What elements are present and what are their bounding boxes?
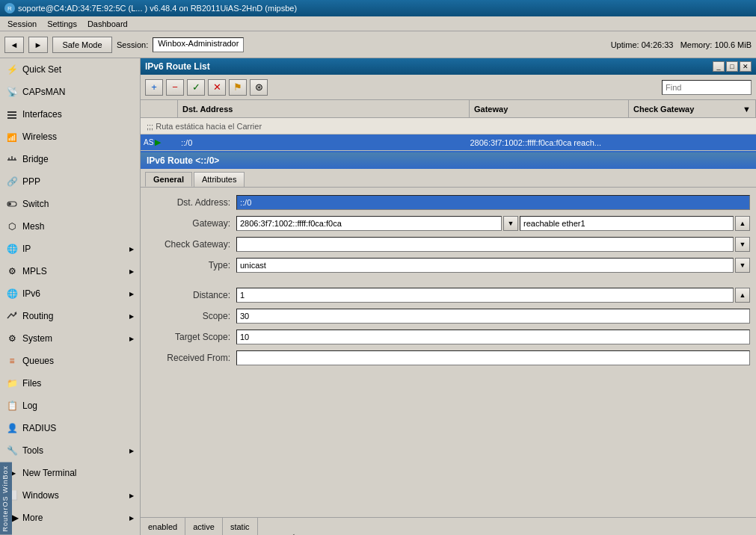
check-route-button[interactable]: ✓ xyxy=(187,79,205,96)
type-field-group: ▼ xyxy=(236,258,750,273)
back-button[interactable]: ◄ xyxy=(4,37,24,53)
sidebar-item-ip[interactable]: 🌐 IP ▶ xyxy=(0,238,140,260)
sidebar-item-switch[interactable]: Switch xyxy=(0,193,140,215)
find-input[interactable] xyxy=(662,80,752,95)
quickset-icon: ⚡ xyxy=(6,64,18,75)
sidebar-item-log[interactable]: 📋 Log xyxy=(0,395,140,417)
sidebar-item-system[interactable]: ⚙ System ▶ xyxy=(0,327,140,350)
svg-point-5 xyxy=(8,202,11,205)
tab-general[interactable]: General xyxy=(145,172,192,187)
sidebar-item-ipv6[interactable]: 🌐 IPv6 ▶ xyxy=(0,282,140,305)
system-icon: ⚙ xyxy=(6,333,18,344)
check-gateway-input[interactable] xyxy=(236,237,734,252)
cross-route-button[interactable]: ✕ xyxy=(208,79,226,96)
type-input[interactable] xyxy=(236,258,734,273)
target-scope-input[interactable] xyxy=(236,330,750,344)
sidebar-label-windows: Windows xyxy=(22,490,59,501)
ip-arrow-icon: ▶ xyxy=(129,246,134,253)
sidebar-item-wireless[interactable]: 📶 Wireless xyxy=(0,126,140,148)
sidebar-label-mesh: Mesh xyxy=(22,221,44,232)
received-from-label: Received From: xyxy=(147,353,236,363)
sidebar-item-mesh[interactable]: ⬡ Mesh xyxy=(0,215,140,238)
uptime-memory: Uptime: 04:26:33 Memory: 100.6 MiB xyxy=(611,40,752,49)
type-label: Type: xyxy=(147,260,236,270)
dst-address-input[interactable] xyxy=(236,195,750,210)
uptime-label: Uptime: xyxy=(611,40,639,49)
gateway-dropdown-button[interactable]: ▼ xyxy=(503,216,518,231)
svg-text:📶: 📶 xyxy=(7,132,17,142)
memory-value: 100.6 MiB xyxy=(714,40,752,49)
menu-settings[interactable]: Settings xyxy=(43,19,82,29)
sidebar-item-bridge[interactable]: Bridge xyxy=(0,148,140,170)
detail-tabs: General Attributes xyxy=(141,169,756,188)
received-from-input[interactable] xyxy=(236,350,750,365)
system-arrow-icon: ▶ xyxy=(129,335,134,342)
gateway-spinner-up[interactable]: ▲ xyxy=(735,216,750,231)
distance-input[interactable] xyxy=(236,288,734,303)
gateway-header[interactable]: Gateway xyxy=(470,100,629,117)
form-row-check-gateway: Check Gateway: ▼ xyxy=(147,235,750,253)
mesh-icon: ⬡ xyxy=(6,220,18,232)
sidebar-label-newterminal: New Terminal xyxy=(22,468,76,478)
sidebar-item-ppp[interactable]: 🔗 PPP xyxy=(0,170,140,193)
tools-arrow-icon: ▶ xyxy=(129,448,134,454)
check-gateway-field-group: ▼ xyxy=(236,237,750,252)
mpls-arrow-icon: ▶ xyxy=(129,268,134,275)
sidebar-item-windows[interactable]: ⬜ Windows ▶ xyxy=(0,484,140,507)
dst-address-header[interactable]: Dst. Address xyxy=(178,100,470,117)
menu-session[interactable]: Session xyxy=(3,19,41,29)
flag-route-button[interactable]: ⚑ xyxy=(229,79,247,96)
scope-input[interactable] xyxy=(236,309,750,324)
menu-bar: Session Settings Dashboard xyxy=(0,16,756,31)
check-gateway-dropdown-button[interactable]: ▼ xyxy=(735,237,750,252)
remove-route-button[interactable]: − xyxy=(166,79,184,96)
sidebar-item-interfaces[interactable]: Interfaces xyxy=(0,103,140,126)
sidebar-item-radius[interactable]: 👤 RADIUS xyxy=(0,417,140,439)
sidebar-item-files[interactable]: 📁 Files xyxy=(0,372,140,395)
table-row[interactable]: AS ▶ ::/0 2806:3f7:1002::ffff:f0ca:f0ca … xyxy=(141,134,756,151)
tools-icon: 🔧 xyxy=(6,445,18,457)
maximize-button[interactable]: □ xyxy=(726,61,738,72)
sidebar-label-ip: IP xyxy=(22,244,31,254)
tab-attributes[interactable]: Attributes xyxy=(194,172,245,187)
radius-icon: 👤 xyxy=(6,422,18,434)
minimize-button[interactable]: _ xyxy=(713,61,725,72)
sidebar-item-capsman[interactable]: 📡 CAPsMAN xyxy=(0,81,140,103)
sidebar-item-mpls[interactable]: ⚙ MPLS ▶ xyxy=(0,260,140,282)
interfaces-icon xyxy=(6,108,18,120)
content-area: IPv6 Route List _ □ ✕ + − ✓ ✕ ⚑ ⊛ xyxy=(141,58,756,535)
row-gateway: 2806:3f7:1002::ffff:f0ca:f0ca reach... xyxy=(467,138,757,147)
distance-spinner-up[interactable]: ▲ xyxy=(735,288,750,303)
safe-mode-button[interactable]: Safe Mode xyxy=(52,37,112,53)
sidebar-item-newterminal[interactable]: ▶ New Terminal xyxy=(0,462,140,484)
sidebar-item-tools[interactable]: 🔧 Tools ▶ xyxy=(0,439,140,462)
form-row-distance: Distance: ▲ xyxy=(147,286,750,304)
routing-arrow-icon: ▶ xyxy=(129,313,134,320)
gateway-extra-input[interactable] xyxy=(520,216,734,231)
close-button[interactable]: ✕ xyxy=(740,61,752,72)
sidebar-item-more[interactable]: ▶▶ More ▶ xyxy=(0,507,140,529)
row-arrow-icon: ▶ xyxy=(155,137,161,147)
type-dropdown-button[interactable]: ▼ xyxy=(735,258,750,273)
form-row-scope: Scope: xyxy=(147,307,750,325)
form-row-received-from: Received From: xyxy=(147,349,750,367)
filter-route-button[interactable]: ⊛ xyxy=(250,79,268,96)
forward-button[interactable]: ► xyxy=(28,37,48,53)
check-gateway-header[interactable]: Check Gateway ▼ xyxy=(629,100,756,117)
flags-header[interactable] xyxy=(141,100,178,117)
sidebar-item-quickset[interactable]: ⚡ Quick Set xyxy=(0,58,140,81)
route-list-window: IPv6 Route List _ □ ✕ + − ✓ ✕ ⚑ ⊛ xyxy=(141,58,756,535)
gateway-input[interactable] xyxy=(236,216,502,231)
sidebar-label-files: Files xyxy=(22,378,41,389)
sidebar-item-routing[interactable]: Routing ▶ xyxy=(0,305,140,327)
sidebar-item-queues[interactable]: ≡ Queues xyxy=(0,350,140,372)
add-route-button[interactable]: + xyxy=(145,79,163,96)
session-label: Session: xyxy=(117,40,148,49)
window-controls: _ □ ✕ xyxy=(713,61,752,72)
form-row-target-scope: Target Scope: xyxy=(147,328,750,346)
uptime-value: 04:26:33 xyxy=(642,40,674,49)
title-bar-left: R soporte@C4:AD:34:7E:92:5C (L... ) v6.4… xyxy=(4,3,297,13)
menu-dashboard[interactable]: Dashboard xyxy=(83,19,132,29)
detail-title: IPv6 Route <::/0> xyxy=(147,155,219,166)
detail-panel: IPv6 Route <::/0> General Attributes Dst… xyxy=(141,151,756,535)
